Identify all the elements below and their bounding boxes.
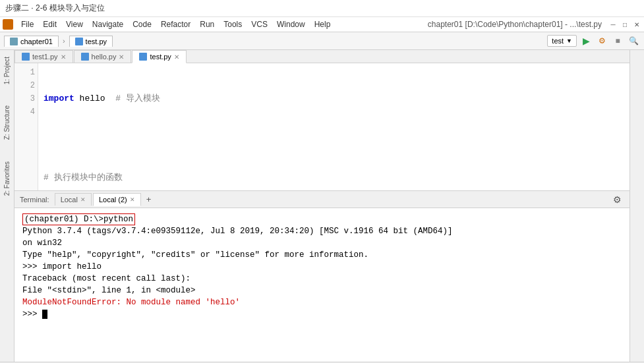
- close-icon[interactable]: ✕: [174, 53, 179, 61]
- terminal-line-traceback1: Traceback (most recent call last):: [22, 273, 622, 285]
- stop-button[interactable]: ■: [611, 34, 624, 47]
- project-breadcrumb-tab[interactable]: chapter01: [4, 36, 59, 47]
- breadcrumb-bar: 步骤二 · 2-6 模块导入与定位: [0, 0, 644, 17]
- terminal-line-import: >>> import hello: [22, 261, 622, 273]
- terminal-label: Terminal:: [20, 196, 49, 204]
- menu-view[interactable]: View: [62, 18, 87, 30]
- terminal-tabs: Terminal: Local ✕ Local (2) ✕ + ⚙: [15, 191, 629, 208]
- right-sidebar: [629, 50, 644, 362]
- run-button[interactable]: ▶: [579, 34, 593, 47]
- project-path: chapter01 [D:\Code\Python\chapter01] - .…: [428, 20, 602, 29]
- cursor-block: [42, 310, 47, 319]
- menu-tools[interactable]: Tools: [220, 18, 246, 30]
- run-config-label: test: [552, 37, 564, 45]
- content-area: test1.py ✕ hello.py ✕ test.py ✕ 1 2 3 4: [15, 50, 629, 362]
- close-icon[interactable]: ✕: [80, 196, 86, 203]
- run-config-dropdown[interactable]: test ▼: [547, 35, 577, 47]
- py-icon: [81, 53, 89, 61]
- add-terminal-button[interactable]: +: [142, 193, 156, 206]
- code-editor[interactable]: 1 2 3 4 import hello # 导入模块 # 执行模块中的函数 h…: [15, 63, 629, 190]
- search-button[interactable]: 🔍: [627, 34, 640, 47]
- left-sidebar: 1: Project Z: Structure 2: Favorites: [0, 50, 15, 362]
- close-icon[interactable]: ✕: [61, 53, 66, 61]
- minimize-button[interactable]: ─: [608, 20, 618, 29]
- error-text: ModuleNotFoundError: No module named 'he…: [22, 298, 240, 307]
- terminal-tab-local2-label: Local (2): [99, 196, 127, 204]
- close-icon[interactable]: ✕: [119, 53, 124, 61]
- active-file-label: test.py: [86, 38, 107, 45]
- terminal-line-error: ModuleNotFoundError: No module named 'he…: [22, 296, 622, 308]
- terminal-line-prompt: >>>: [22, 308, 622, 320]
- menu-bar: File Edit View Navigate Code Refactor Ru…: [0, 17, 644, 32]
- terminal-tab-local-label: Local: [61, 196, 78, 204]
- py-icon: [22, 53, 30, 61]
- menu-edit[interactable]: Edit: [39, 18, 61, 30]
- code-line-3: # 执行模块中的函数: [44, 171, 624, 184]
- prompt-text: >>>: [22, 310, 42, 319]
- file-tab-label: test.py: [150, 53, 171, 61]
- terminal-line-cmd: (chapter01) D:\>python: [22, 213, 622, 225]
- code-line-1: import hello # 导入模块: [44, 92, 624, 105]
- chevron-down-icon: ▼: [566, 38, 572, 44]
- run-controls: test ▼ ▶ ⚙ ■ 🔍: [547, 34, 640, 47]
- line-num-1: 1: [17, 66, 35, 79]
- app-icon: [3, 19, 13, 30]
- line-num-4: 4: [17, 105, 35, 119]
- line-num-2: 2: [17, 79, 35, 92]
- toolbar: chapter01 › test.py test ▼ ▶ ⚙ ■ 🔍: [0, 32, 644, 50]
- close-button[interactable]: ✕: [632, 20, 641, 29]
- maximize-button[interactable]: □: [620, 20, 629, 29]
- menu-refactor[interactable]: Refactor: [157, 18, 194, 30]
- menu-vcs[interactable]: VCS: [247, 18, 272, 30]
- file-icon: [75, 38, 83, 45]
- breadcrumb-text: 步骤二 · 2-6 模块导入与定位: [5, 3, 105, 13]
- project-tab-label: chapter01: [20, 38, 53, 45]
- menu-code[interactable]: Code: [129, 18, 156, 30]
- terminal-section: Terminal: Local ✕ Local (2) ✕ + ⚙ (chapt…: [15, 190, 629, 362]
- folder-icon: [10, 38, 18, 45]
- menu-help[interactable]: Help: [310, 18, 335, 30]
- menu-file[interactable]: File: [17, 18, 38, 30]
- settings-icon[interactable]: ⚙: [610, 194, 624, 205]
- terminal-line-traceback2: File "<stdin>", line 1, in <module>: [22, 285, 622, 296]
- file-tab-label: hello.py: [92, 53, 117, 61]
- code-line-2: [44, 132, 624, 145]
- sidebar-item-project[interactable]: 1: Project: [2, 53, 12, 88]
- menu-run[interactable]: Run: [196, 18, 218, 30]
- main-layout: 1: Project Z: Structure 2: Favorites tes…: [0, 50, 644, 362]
- terminal-output[interactable]: (chapter01) D:\>python Python 3.7.4 (tag…: [15, 208, 629, 362]
- menu-navigate[interactable]: Navigate: [88, 18, 127, 30]
- py-icon: [139, 53, 147, 61]
- file-tab-test1[interactable]: test1.py ✕: [15, 50, 73, 63]
- file-tab-test[interactable]: test.py ✕: [132, 50, 186, 63]
- close-icon[interactable]: ✕: [130, 196, 135, 203]
- command-highlight: (chapter01) D:\>python: [22, 213, 135, 225]
- menu-window[interactable]: Window: [273, 18, 309, 30]
- file-tabs: test1.py ✕ hello.py ✕ test.py ✕: [15, 50, 629, 63]
- window-controls: ─ □ ✕: [608, 20, 641, 29]
- file-tab-hello[interactable]: hello.py ✕: [74, 50, 132, 63]
- debug-button[interactable]: ⚙: [595, 34, 608, 47]
- terminal-tab-local[interactable]: Local ✕: [55, 193, 92, 206]
- terminal-line-version: Python 3.7.4 (tags/v3.7.4:e09359112e, Ju…: [22, 225, 622, 237]
- breadcrumb-separator: ›: [63, 37, 65, 45]
- terminal-tab-local2[interactable]: Local (2) ✕: [93, 193, 141, 206]
- line-num-3: 3: [17, 92, 35, 105]
- line-numbers: 1 2 3 4: [15, 63, 38, 190]
- terminal-line-help: Type "help", "copyright", "credits" or "…: [22, 249, 622, 261]
- active-file-tab[interactable]: test.py: [69, 36, 113, 47]
- terminal-line-win32: on win32: [22, 237, 622, 249]
- code-lines[interactable]: import hello # 导入模块 # 执行模块中的函数 hello.fun…: [38, 63, 629, 190]
- sidebar-item-structure[interactable]: Z: Structure: [2, 101, 12, 144]
- file-tab-label: test1.py: [32, 53, 58, 61]
- sidebar-item-favorites[interactable]: 2: Favorites: [2, 157, 12, 200]
